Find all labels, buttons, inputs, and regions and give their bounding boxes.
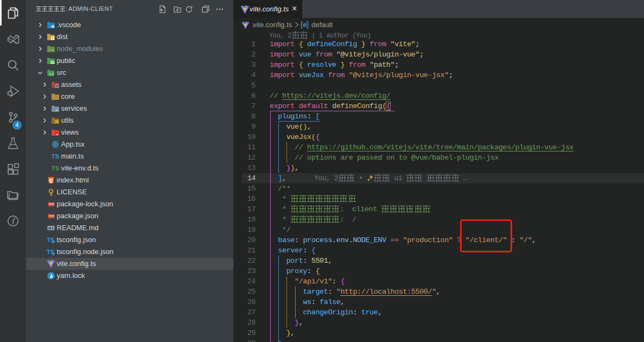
svg-text:TS: TS [52, 165, 59, 172]
svg-text:TS: TS [52, 153, 59, 160]
